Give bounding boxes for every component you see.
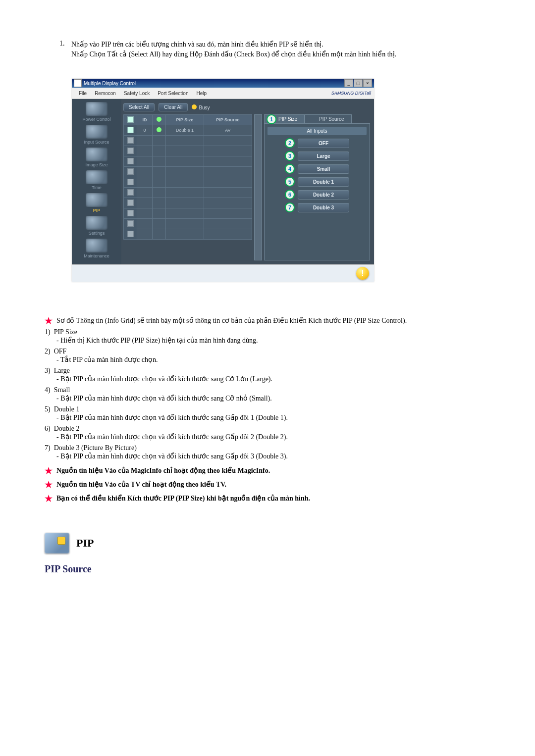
alert-orb-icon[interactable]: ! xyxy=(356,267,369,280)
time-icon xyxy=(86,170,107,184)
option-label: OFF xyxy=(298,139,349,148)
table-row[interactable] xyxy=(124,188,252,198)
legend-title: Large xyxy=(54,367,70,374)
legend-item-5: 5) Double 1 - Bật PIP của màn hình được … xyxy=(45,405,490,422)
busy-label: Busy xyxy=(199,105,210,110)
table-row[interactable] xyxy=(124,177,252,188)
table-row[interactable]: 0 Double 1 AV xyxy=(124,125,252,136)
sidebar-item-pip[interactable]: PIP xyxy=(77,193,116,213)
menu-file[interactable]: File xyxy=(75,91,91,96)
note-2: ★ Nguồn tín hiệu Vào của TV chỉ hoạt độn… xyxy=(45,480,490,489)
note-3: ★ Bạn có thể điều khiển Kích thước PIP (… xyxy=(45,494,490,503)
power-icon xyxy=(86,102,107,116)
option-double1[interactable]: 5 Double 1 xyxy=(285,177,349,187)
legend-num: 7) xyxy=(45,444,51,452)
intro-number: 1. xyxy=(59,40,71,59)
option-label: Double 1 xyxy=(298,177,349,187)
sidebar-item-time[interactable]: Time xyxy=(77,170,116,190)
intro-paragraph: 1. Nhấp vào PIP trên các biểu tượng chín… xyxy=(59,40,490,59)
status-header-icon xyxy=(157,117,161,122)
option-label: Double 3 xyxy=(298,203,349,212)
row-checkbox[interactable] xyxy=(127,189,134,196)
col-check[interactable] xyxy=(124,115,137,125)
app-window: Multiple Display Control _ ▢ × File Remo… xyxy=(72,79,374,282)
table-row[interactable] xyxy=(124,167,252,177)
menu-remocon[interactable]: Remocon xyxy=(91,91,120,96)
legend-title: Small xyxy=(54,386,70,394)
checkbox-icon xyxy=(127,116,134,123)
section-heading-pip-source: PIP Source xyxy=(45,563,490,575)
cell-id: 0 xyxy=(137,125,153,136)
legend-item-7: 7) Double 3 (Picture By Picture) - Bật P… xyxy=(45,444,490,460)
select-all-button[interactable]: Select All xyxy=(123,103,155,111)
row-checkbox[interactable] xyxy=(127,148,134,154)
sidebar-label: PIP xyxy=(93,208,101,213)
grid-scrollbar[interactable] xyxy=(254,114,262,260)
option-double2[interactable]: 6 Double 2 xyxy=(285,190,349,200)
legend-desc: - Tắt PIP của màn hình được chọn. xyxy=(45,355,490,364)
sidebar-label: Image Size xyxy=(85,162,107,167)
note-text: Nguồn tín hiệu Vào của MagicInfo chỉ hoạ… xyxy=(56,466,270,475)
star-icon: ★ xyxy=(45,480,53,489)
row-checkbox[interactable] xyxy=(127,168,134,175)
menu-help[interactable]: Help xyxy=(192,91,211,96)
legend-num: 6) xyxy=(45,425,51,432)
pip-badge-icon xyxy=(45,533,69,554)
star-icon: ★ xyxy=(45,316,53,325)
intro-line2: Nhấp Chọn Tất cả (Select All) hay dùng H… xyxy=(71,50,396,58)
legend-desc: - Bật PIP của màn hình được chọn và đổi … xyxy=(45,452,490,460)
tab-label: PIP Size xyxy=(278,116,297,122)
table-row[interactable] xyxy=(124,136,252,146)
sidebar-item-maintenance[interactable]: Maintenance xyxy=(77,239,116,258)
row-checkbox[interactable] xyxy=(127,127,134,133)
sidebar: Power Control Input Source Image Size Ti… xyxy=(72,99,121,264)
tab-pip-size[interactable]: 1 PIP Size xyxy=(264,114,305,123)
row-checkbox[interactable] xyxy=(127,179,134,185)
legend-num: 5) xyxy=(45,405,51,413)
option-large[interactable]: 3 Large xyxy=(285,151,349,161)
legend-intro: ★ Sơ đồ Thông tin (Info Grid) sẽ trình b… xyxy=(45,316,490,325)
table-row[interactable] xyxy=(124,208,252,219)
sidebar-item-image-size[interactable]: Image Size xyxy=(77,148,116,167)
sidebar-item-power-control[interactable]: Power Control xyxy=(77,102,116,122)
table-row[interactable] xyxy=(124,156,252,167)
table-row[interactable] xyxy=(124,219,252,229)
sidebar-item-input-source[interactable]: Input Source xyxy=(77,125,116,145)
callout-3: 3 xyxy=(285,151,295,161)
note-text: Bạn có thể điều khiển Kích thước PIP (PI… xyxy=(56,494,310,503)
menu-port-selection[interactable]: Port Selection xyxy=(154,91,192,96)
minimize-button[interactable]: _ xyxy=(344,79,353,87)
sidebar-item-settings[interactable]: Settings xyxy=(77,216,116,236)
clear-all-button[interactable]: Clear All xyxy=(159,103,188,111)
sidebar-label: Time xyxy=(92,185,102,190)
row-checkbox[interactable] xyxy=(127,158,134,164)
legend-title: Double 1 xyxy=(54,405,80,413)
table-row[interactable] xyxy=(124,229,252,240)
callout-5: 5 xyxy=(285,177,295,187)
option-double3[interactable]: 7 Double 3 xyxy=(285,202,349,212)
row-checkbox[interactable] xyxy=(127,220,134,227)
sidebar-label: Input Source xyxy=(84,140,109,145)
panel-header: All Inputs xyxy=(268,127,367,135)
maximize-button[interactable]: ▢ xyxy=(354,79,363,87)
close-button[interactable]: × xyxy=(363,79,372,87)
table-row[interactable] xyxy=(124,198,252,208)
row-checkbox[interactable] xyxy=(127,231,134,237)
callout-4: 4 xyxy=(285,164,295,174)
legend-item-3: 3) Large - Bật PIP của màn hình được chọ… xyxy=(45,367,490,383)
menubar: File Remocon Safety Lock Port Selection … xyxy=(72,88,374,99)
row-checkbox[interactable] xyxy=(127,200,134,206)
option-off[interactable]: 2 OFF xyxy=(285,138,349,148)
option-label: Large xyxy=(298,151,349,161)
row-checkbox[interactable] xyxy=(127,137,134,144)
legend-desc: - Bật PIP của màn hình được chọn và đổi … xyxy=(45,433,490,441)
cell-pip-size: Double 1 xyxy=(166,125,204,136)
tab-pip-source[interactable]: PIP Source xyxy=(305,114,351,123)
option-label: Double 2 xyxy=(298,190,349,200)
menu-safety-lock[interactable]: Safety Lock xyxy=(120,91,154,96)
option-small[interactable]: 4 Small xyxy=(285,164,349,174)
sidebar-label: Power Control xyxy=(82,117,110,122)
row-checkbox[interactable] xyxy=(127,210,134,216)
legend-item-1: 1) PIP Size - Hiển thị Kích thước PIP (P… xyxy=(45,328,490,345)
table-row[interactable] xyxy=(124,146,252,156)
